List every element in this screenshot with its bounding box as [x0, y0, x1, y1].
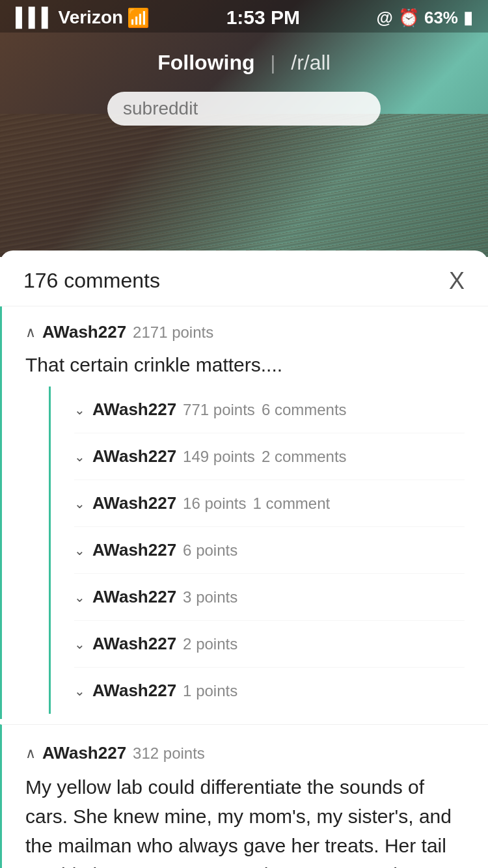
- nested-comment-count[interactable]: 1 comment: [253, 495, 331, 513]
- nested-meta: AWash227 771 points 6 comments: [92, 400, 347, 420]
- nested-username[interactable]: AWash227: [92, 540, 176, 560]
- nested-meta: AWash227 149 points 2 comments: [92, 446, 347, 467]
- collapse-icon[interactable]: ⌄: [74, 636, 86, 652]
- nested-points: 1 points: [183, 682, 237, 700]
- battery-percent: 63%: [424, 8, 458, 28]
- comment-username[interactable]: AWash227: [42, 322, 126, 342]
- alarm-icon: ⏰: [398, 8, 419, 28]
- battery-icon: ▮: [463, 8, 472, 28]
- nested-meta: AWash227 3 points: [92, 587, 237, 607]
- nested-points: 2 points: [183, 635, 237, 653]
- nested-points: 149 points: [183, 448, 255, 466]
- nested-comment-row: ⌄ AWash227 771 points 6 comments: [74, 387, 465, 433]
- nested-username[interactable]: AWash227: [92, 446, 176, 467]
- nested-comment-row: ⌄ AWash227 149 points 2 comments: [74, 433, 465, 480]
- nested-comment-row: ⌄ AWash227 3 points: [74, 574, 465, 621]
- nested-comment-count[interactable]: 6 comments: [262, 401, 347, 419]
- comment-row: ∧ AWash227 312 points My yellow lab coul…: [0, 724, 488, 868]
- collapse-icon[interactable]: ⌄: [74, 683, 86, 699]
- comment-body: That certain crinkle matters....: [25, 349, 465, 387]
- status-bar: ▌▌▌ Verizon 📶 1:53 PM @ ⏰ 63% ▮: [0, 0, 488, 33]
- nested-username[interactable]: AWash227: [92, 587, 176, 607]
- nested-points: 6 points: [183, 541, 237, 560]
- comment-username[interactable]: AWash227: [42, 743, 126, 763]
- following-tab[interactable]: Following: [144, 46, 267, 80]
- nested-meta: AWash227 16 points 1 comment: [92, 493, 330, 513]
- search-bar[interactable]: [107, 92, 381, 126]
- nested-username[interactable]: AWash227: [92, 400, 176, 420]
- nested-meta: AWash227 1 points: [92, 681, 237, 701]
- collapse-icon[interactable]: ⌄: [74, 402, 86, 418]
- search-input[interactable]: [123, 98, 365, 119]
- nested-points: 771 points: [183, 401, 255, 419]
- collapse-icon[interactable]: ⌄: [74, 543, 86, 558]
- wifi-icon: 📶: [127, 7, 150, 29]
- comments-panel: 176 comments X ∧ AWash227 2171 points Th…: [0, 251, 488, 868]
- status-right: @ ⏰ 63% ▮: [377, 8, 472, 28]
- upvote-icon[interactable]: ∧: [25, 745, 36, 762]
- comment-meta: ∧ AWash227 312 points: [25, 743, 465, 763]
- status-left: ▌▌▌ Verizon 📶: [16, 7, 150, 29]
- upvote-icon[interactable]: ∧: [25, 324, 36, 341]
- collapse-icon[interactable]: ⌄: [74, 449, 86, 465]
- comments-title: 176 comments: [23, 269, 160, 293]
- location-icon: @: [377, 8, 393, 28]
- comment-body: My yellow lab could differentiate the so…: [25, 770, 465, 868]
- time-display: 1:53 PM: [226, 7, 300, 29]
- nested-meta: AWash227 2 points: [92, 634, 237, 654]
- nested-points: 16 points: [183, 495, 246, 513]
- carrier-label: Verizon: [59, 7, 124, 28]
- nav-divider: |: [268, 52, 278, 74]
- nested-username[interactable]: AWash227: [92, 681, 176, 701]
- comment-meta: ∧ AWash227 2171 points: [25, 322, 465, 342]
- nav-tabs: Following | /r/all: [144, 46, 344, 80]
- nested-points: 3 points: [183, 588, 237, 606]
- close-button[interactable]: X: [449, 269, 465, 293]
- nested-comment-row: ⌄ AWash227 6 points: [74, 527, 465, 574]
- hero-area: Following | /r/all: [0, 0, 488, 257]
- comment-points: 2171 points: [133, 323, 213, 342]
- all-tab[interactable]: /r/all: [278, 46, 343, 80]
- signal-icon: ▌▌▌: [16, 7, 55, 28]
- comment-thread: ∧ AWash227 2171 points That certain crin…: [0, 306, 488, 868]
- nested-comment-row: ⌄ AWash227 16 points 1 comment: [74, 480, 465, 527]
- collapse-icon[interactable]: ⌄: [74, 496, 86, 511]
- nested-username[interactable]: AWash227: [92, 634, 176, 654]
- nested-comment-count[interactable]: 2 comments: [262, 448, 347, 466]
- comments-header: 176 comments X: [0, 251, 488, 306]
- nested-meta: AWash227 6 points: [92, 540, 237, 560]
- nested-comment-row: ⌄ AWash227 2 points: [74, 621, 465, 668]
- nested-comment-row: ⌄ AWash227 1 points: [74, 668, 465, 714]
- nested-username[interactable]: AWash227: [92, 493, 176, 513]
- comment-row: ∧ AWash227 2171 points That certain crin…: [0, 306, 488, 719]
- nested-comments: ⌄ AWash227 771 points 6 comments ⌄ AWash…: [49, 387, 465, 714]
- comment-points: 312 points: [133, 744, 205, 763]
- collapse-icon[interactable]: ⌄: [74, 590, 86, 605]
